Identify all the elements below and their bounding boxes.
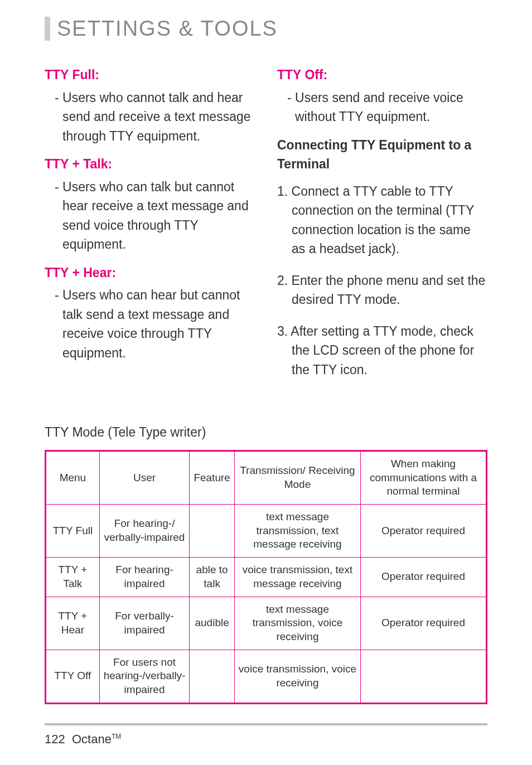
right-column: TTY Off: - Users send and receive voice …: [277, 63, 487, 391]
cell-feature: audible: [190, 597, 235, 650]
cell-mode: voice transmission, voice receiving: [234, 650, 360, 703]
cell-user: For users not hearing-/verbally-impaired: [99, 650, 189, 703]
step-3: 3. After setting a TTY mode, check the L…: [292, 322, 487, 380]
mode-tty-hear-desc: - Users who can hear but cannot talk sen…: [45, 285, 255, 362]
th-user: User: [99, 451, 189, 505]
table-row: TTY + Talk For hearing-impaired able to …: [46, 558, 487, 597]
cell-user: For hearing-/ verbally-impaired: [99, 505, 189, 558]
cell-comm: Operator required: [360, 505, 486, 558]
left-column: TTY Full: - Users who cannot talk and he…: [45, 63, 255, 391]
cell-menu: TTY Off: [46, 650, 100, 703]
table-row: TTY Full For hearing-/ verbally-impaired…: [46, 505, 487, 558]
cell-feature: [190, 650, 235, 703]
cell-menu: TTY + Hear: [46, 597, 100, 650]
table-row: TTY Off For users not hearing-/verbally-…: [46, 650, 487, 703]
connecting-steps: 1. Connect a TTY cable to TTY connection…: [277, 182, 487, 380]
mode-tty-full-title: TTY Full:: [45, 65, 255, 85]
mode-tty-off-desc: - Users send and receive voice without T…: [277, 88, 487, 127]
table-header-row: Menu User Feature Transmission/ Receivin…: [46, 451, 487, 505]
cell-user: For hearing-impaired: [99, 558, 189, 597]
page-title: SETTINGS & TOOLS: [45, 17, 487, 41]
th-mode: Transmission/ Receiving Mode: [234, 451, 360, 505]
cell-feature: [190, 505, 235, 558]
step-2: 2. Enter the phone menu and set the desi…: [292, 271, 487, 309]
cell-user: For verbally-impaired: [99, 597, 189, 650]
table-row: TTY + Hear For verbally-impaired audible…: [46, 597, 487, 650]
cell-menu: TTY Full: [46, 505, 100, 558]
tty-mode-table: Menu User Feature Transmission/ Receivin…: [45, 450, 487, 704]
cell-feature: able to talk: [190, 558, 235, 597]
mode-tty-off-title: TTY Off:: [277, 65, 487, 85]
th-comm: When making communications with a normal…: [360, 451, 486, 505]
two-column-layout: TTY Full: - Users who cannot talk and he…: [45, 63, 487, 391]
mode-tty-talk-title: TTY + Talk:: [45, 154, 255, 174]
mode-tty-full-desc: - Users who cannot talk and hear send an…: [45, 88, 255, 146]
th-menu: Menu: [46, 451, 100, 505]
cell-comm: Operator required: [360, 597, 486, 650]
th-feature: Feature: [190, 451, 235, 505]
tty-table-title: TTY Mode (Tele Type writer): [45, 425, 487, 440]
trademark: TM: [112, 732, 121, 740]
cell-mode: voice transmission, text message receivi…: [234, 558, 360, 597]
mode-tty-talk-desc: - Users who can talk but cannot hear rec…: [45, 177, 255, 254]
cell-comm: Operator required: [360, 558, 486, 597]
connecting-heading: Connecting TTY Equipment to a Terminal: [277, 135, 487, 174]
cell-comm: [360, 650, 486, 703]
cell-mode: text message transmission, text message …: [234, 505, 360, 558]
cell-mode: text message transmission, voice receivi…: [234, 597, 360, 650]
page-footer: 122 OctaneTM: [45, 723, 487, 747]
product-name: Octane: [72, 732, 112, 746]
mode-tty-hear-title: TTY + Hear:: [45, 263, 255, 283]
cell-menu: TTY + Talk: [46, 558, 100, 597]
step-1: 1. Connect a TTY cable to TTY connection…: [292, 182, 487, 259]
page-number: 122: [45, 732, 65, 746]
